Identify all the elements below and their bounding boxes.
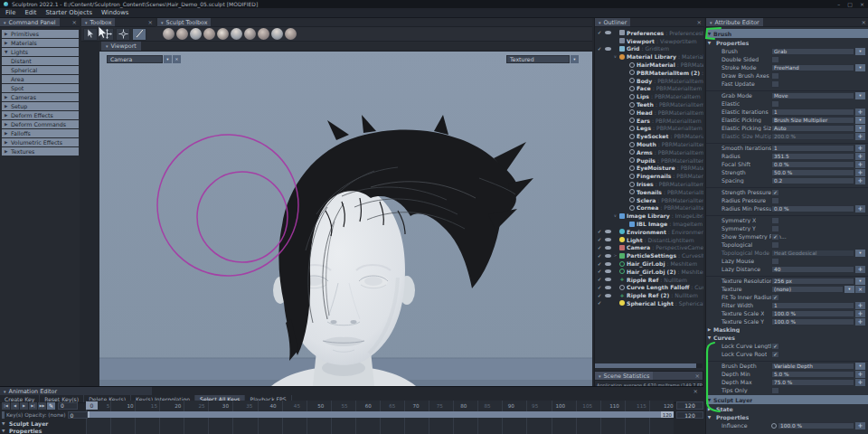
- value-field[interactable]: 40: [771, 266, 854, 273]
- outliner-row[interactable]: ✓ Curve Length Falloff CurveLengthFallof…: [595, 284, 703, 292]
- sculpt-brush-1[interactable]: [163, 28, 175, 40]
- menu-item[interactable]: Starter Objects: [46, 9, 92, 16]
- filter-icon[interactable]: ▾: [164, 55, 172, 63]
- sculpt-toolbox-tab[interactable]: Sculpt Toolbox: [157, 18, 211, 26]
- current-frame-field[interactable]: 0: [58, 402, 78, 410]
- outliner-row[interactable]: Head PBRMaterialItem: [595, 108, 703, 117]
- outliner-row[interactable]: ✓ > ParticleSettings CurvesItem: [595, 251, 703, 259]
- command-panel-item[interactable]: Spherical: [2, 66, 79, 74]
- drag-handle-icon[interactable]: [855, 266, 865, 273]
- command-panel-item[interactable]: ▶ Textures: [2, 147, 79, 156]
- attribute-row[interactable]: Brush Grab Grab: [706, 47, 868, 55]
- attribute-row[interactable]: ▼ Curves: [706, 334, 868, 342]
- outliner-tab[interactable]: Outliner: [595, 18, 630, 26]
- clear-button[interactable]: [855, 286, 865, 293]
- dropdown-button[interactable]: [855, 48, 865, 55]
- command-panel-item[interactable]: ▶ Falloffs: [2, 129, 79, 137]
- outliner-row[interactable]: ✓ Preferences PreferencesItem: [595, 29, 703, 37]
- attribute-row[interactable]: Double Sided: [706, 55, 868, 63]
- attribute-row[interactable]: Grab Mode Move Move: [706, 91, 868, 99]
- expand-arrow-icon[interactable]: ∨: [613, 213, 618, 218]
- value-field[interactable]: 100.0 %: [778, 422, 854, 429]
- dropdown-button[interactable]: [855, 117, 865, 124]
- outliner-row[interactable]: Fingernails PBRMaterialItem: [595, 172, 703, 180]
- visibility-check-icon[interactable]: ✓: [597, 30, 602, 35]
- checkbox[interactable]: [771, 80, 779, 88]
- drag-handle-icon[interactable]: [855, 133, 865, 140]
- record-edit-button[interactable]: ✎: [47, 402, 55, 410]
- checkbox[interactable]: ✓: [771, 351, 779, 358]
- attribute-row[interactable]: Elastic Iterations 1 1: [706, 108, 868, 116]
- outliner-row[interactable]: EyeMoisture PBRMaterialItem: [595, 165, 703, 173]
- attribute-row[interactable]: Strength 50.0 % 50.0 %: [706, 168, 868, 176]
- checkbox[interactable]: ✓: [771, 189, 779, 196]
- value-field[interactable]: 5.0 %: [771, 371, 854, 378]
- attribute-row[interactable]: Influence 100.0 % 100.0 %: [706, 421, 868, 429]
- sculpt-brush-5[interactable]: [217, 28, 229, 40]
- command-panel-item[interactable]: ▶ Primitives: [2, 30, 79, 38]
- command-panel-item[interactable]: Distant: [2, 57, 79, 65]
- dropdown-button[interactable]: [855, 250, 865, 257]
- brush-tool[interactable]: [132, 28, 146, 41]
- drag-handle-icon[interactable]: [855, 371, 865, 378]
- value-field[interactable]: 100.0 %: [771, 318, 854, 326]
- value-field[interactable]: Move: [771, 92, 854, 99]
- viewport-3d[interactable]: [99, 52, 592, 386]
- value-field[interactable]: 75.0 %: [771, 379, 854, 386]
- sculpt-brush-7[interactable]: [244, 28, 256, 40]
- outliner-row[interactable]: ✓ Light DistantLightItem: [595, 236, 703, 244]
- select-tool[interactable]: [83, 28, 98, 41]
- close-panel-icon[interactable]: ×: [693, 373, 703, 380]
- menu-item[interactable]: File: [5, 9, 15, 16]
- outliner-row[interactable]: HairMaterial PBRMaterialItem: [595, 61, 703, 69]
- clear-icon[interactable]: ×: [173, 55, 181, 63]
- attribute-row[interactable]: ▼ Sculpt Layer: [706, 395, 868, 404]
- attribute-row[interactable]: Fast Update: [706, 80, 868, 88]
- outliner-row[interactable]: Lips PBRMaterialItem: [595, 92, 703, 100]
- keys-opacity-field[interactable]: 0: [68, 411, 88, 419]
- command-panel-item[interactable]: Area: [2, 75, 79, 83]
- command-panel-item[interactable]: ▶ Setup: [2, 102, 79, 110]
- range-end-field[interactable]: 120: [676, 401, 703, 410]
- eye-icon[interactable]: [604, 47, 611, 51]
- sculpt-brush-8[interactable]: [258, 28, 269, 40]
- checkbox[interactable]: [771, 197, 779, 204]
- attribute-row[interactable]: Show Symmetry Plan... ✓ ✓: [706, 232, 868, 241]
- checkbox[interactable]: ✓: [771, 343, 779, 350]
- outliner-row[interactable]: Arms PBRMaterialItem: [595, 148, 703, 156]
- value-field[interactable]: 0.0 %: [771, 161, 854, 168]
- key-dot-icon[interactable]: [771, 423, 777, 429]
- value-field[interactable]: 0.0 %: [771, 205, 854, 212]
- outliner-hscrollbar[interactable]: [595, 363, 703, 368]
- go-to-start-button[interactable]: |◀: [2, 402, 10, 410]
- outliner-row[interactable]: ✓ + Ripple Ref (2) NullItem: [595, 291, 703, 299]
- eye-icon[interactable]: [604, 269, 611, 273]
- shading-select[interactable]: Textured: [506, 55, 570, 63]
- value-field[interactable]: Heat Geodesical: [771, 250, 854, 257]
- outliner-row[interactable]: Body PBRMaterialItem: [595, 77, 703, 85]
- attribute-row[interactable]: Texture Scale X 100.0 % 100.0 %: [706, 309, 868, 317]
- visibility-check-icon[interactable]: ✓: [597, 300, 602, 306]
- eye-icon[interactable]: [604, 238, 611, 241]
- camera-select[interactable]: Camera: [107, 55, 163, 63]
- attribute-row[interactable]: Spacing 0.2 0.2: [706, 176, 868, 184]
- attribute-row[interactable]: Texture (none) (none): [706, 285, 868, 293]
- value-field[interactable]: (none): [771, 286, 844, 293]
- value-field[interactable]: Grab: [771, 48, 854, 55]
- expand-arrow-icon[interactable]: ∨: [613, 54, 618, 59]
- visibility-check-icon[interactable]: ✓: [597, 285, 602, 290]
- value-field[interactable]: 50.0 %: [771, 169, 854, 176]
- outliner-row[interactable]: Face PBRMaterialItem: [595, 85, 703, 93]
- go-to-end-button[interactable]: ▶▶: [38, 402, 46, 410]
- outliner-row[interactable]: ✓ + Ripple Ref NullItem: [595, 276, 703, 284]
- eye-icon[interactable]: [604, 278, 611, 281]
- attribute-row[interactable]: Lazy Mouse: [706, 257, 868, 265]
- outliner-row[interactable]: Toenails PBRMaterialItem: [595, 188, 703, 196]
- close-panel-icon[interactable]: ×: [859, 19, 868, 26]
- checkbox[interactable]: [771, 241, 779, 249]
- checkbox[interactable]: [771, 217, 779, 224]
- viewport-tab[interactable]: Viewport: [101, 42, 141, 51]
- attribute-row[interactable]: Lock Curve Length ✓ ✓: [706, 342, 868, 350]
- dropdown-button[interactable]: [855, 278, 865, 285]
- command-panel-item[interactable]: ▶ Volumetric Effects: [2, 138, 79, 146]
